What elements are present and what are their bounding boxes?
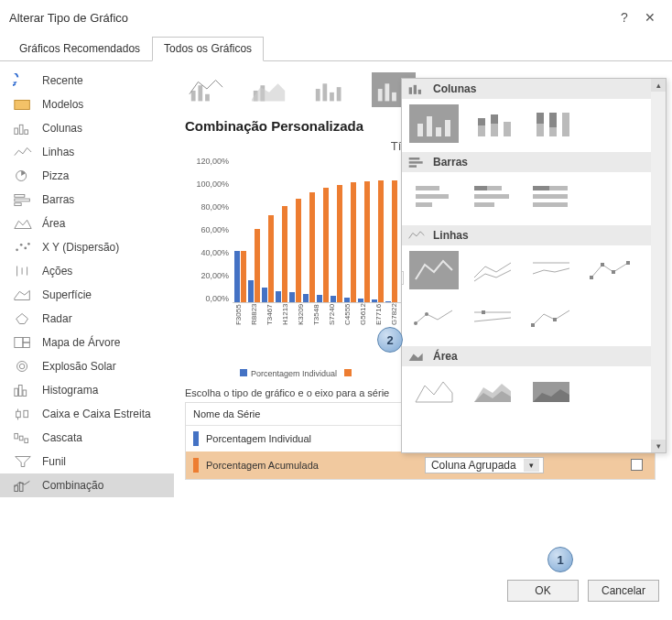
svg-rect-63 (409, 161, 423, 164)
picker-item-stacked-bar[interactable] (468, 178, 517, 216)
dialog-title: Alterar Tipo de Gráfico (9, 11, 128, 25)
sidebar-item-label: Caixa e Caixa Estreita (42, 408, 151, 420)
main-panel: Combinação Personalizada Título do G 120… (174, 61, 672, 574)
y-tick: 100,00% (185, 179, 229, 189)
sidebar-item-pizza[interactable]: Pizza (0, 164, 174, 188)
secondary-axis-checkbox[interactable] (631, 459, 643, 471)
picker-item-clustered-bar[interactable] (409, 178, 459, 216)
series-row-acumulada[interactable]: Porcentagem Acumulada Coluna Agrupada ▾ (186, 451, 655, 479)
picker-item-clustered-column[interactable] (409, 104, 459, 143)
svg-rect-0 (15, 100, 30, 109)
picker-item-line[interactable] (409, 251, 459, 289)
cancel-button[interactable]: Cancelar (588, 580, 659, 602)
tab-recommended[interactable]: Gráficos Recomendados (7, 37, 152, 61)
ok-button[interactable]: OK (507, 580, 579, 602)
treemap-icon (13, 335, 33, 350)
sidebar-item-funil[interactable]: Funil (0, 450, 174, 473)
svg-rect-45 (409, 87, 412, 94)
picker-item-100-stacked-area[interactable] (526, 372, 576, 410)
picker-item-100-stacked-line-markers[interactable] (468, 299, 517, 337)
sidebar-item-caixa[interactable]: Caixa e Caixa Estreita (0, 402, 174, 426)
combo-subtype-2[interactable] (247, 72, 291, 107)
tab-all-charts[interactable]: Todos os Gráficos (152, 37, 264, 61)
picker-item-line-markers[interactable] (585, 251, 634, 289)
svg-rect-83 (531, 323, 535, 327)
picker-item-area[interactable] (409, 372, 459, 410)
svg-rect-71 (474, 202, 494, 207)
sidebar-item-explosao-solar[interactable]: Explosão Solar (0, 354, 174, 378)
svg-rect-55 (491, 114, 498, 124)
column-icon (13, 121, 33, 136)
waterfall-icon (13, 430, 33, 445)
sidebar-item-superficie[interactable]: Superfície (0, 283, 174, 307)
x-tick: C4555 (343, 303, 357, 325)
combo-subtype-1[interactable] (185, 72, 229, 107)
picker-item-3d-line[interactable] (526, 299, 576, 337)
svg-rect-67 (416, 202, 432, 207)
sidebar-item-cascata[interactable]: Cascata (0, 426, 174, 450)
series-type-dropdown[interactable]: Coluna Agrupada ▾ (425, 457, 544, 473)
combo-icon (13, 478, 33, 493)
chart-bar (309, 192, 315, 302)
sidebar-item-label: Barras (42, 193, 74, 206)
sidebar-item-combinacao[interactable]: Combinação (0, 473, 174, 497)
svg-rect-5 (15, 195, 25, 198)
picker-section-colunas: Colunas (402, 79, 651, 99)
picker-item-stacked-line[interactable] (468, 251, 517, 289)
svg-rect-34 (198, 85, 202, 101)
chart-bar (351, 182, 356, 302)
svg-point-81 (425, 312, 428, 316)
scroll-down-icon[interactable]: ▾ (651, 440, 666, 452)
picker-item-100-stacked-line[interactable] (526, 251, 576, 289)
help-button[interactable]: ? (612, 7, 637, 27)
scroll-up-icon[interactable]: ▴ (651, 79, 666, 92)
combo-subtype-3[interactable] (309, 72, 353, 107)
svg-rect-82 (482, 310, 485, 314)
svg-rect-49 (427, 116, 432, 136)
picker-section-linhas: Linhas (402, 225, 651, 245)
svg-rect-2 (19, 125, 23, 134)
sidebar-item-barras[interactable]: Barras (0, 188, 174, 212)
chart-bar (241, 251, 246, 302)
sidebar-item-linhas[interactable]: Linhas (0, 140, 174, 164)
y-tick: 20,00% (185, 271, 229, 280)
series-name: Porcentagem Acumulada (206, 460, 319, 471)
sidebar-item-area[interactable]: Área (0, 212, 174, 235)
radar-icon (13, 311, 33, 326)
svg-rect-65 (416, 186, 439, 190)
chart-bar (248, 280, 254, 302)
picker-section-area: Área (402, 346, 651, 366)
y-tick: 80,00% (185, 202, 229, 212)
sidebar-item-xy[interactable]: X Y (Dispersão) (0, 235, 174, 259)
sidebar-item-label: Área (42, 217, 65, 230)
picker-section-barras: Barras (402, 152, 651, 172)
sidebar-item-recente[interactable]: Recente (0, 69, 174, 92)
sidebar-item-mapa-arvore[interactable]: Mapa de Árvore (0, 331, 174, 354)
picker-item-stacked-area[interactable] (468, 372, 517, 410)
sidebar-item-label: Colunas (42, 122, 82, 135)
svg-rect-56 (504, 122, 511, 136)
picker-scrollbar[interactable]: ▴ ▾ (651, 79, 666, 452)
sidebar-item-label: Recente (42, 74, 83, 87)
svg-point-19 (17, 362, 27, 372)
sidebar-item-colunas[interactable]: Colunas (0, 116, 174, 140)
sidebar-item-modelos[interactable]: Modelos (0, 92, 174, 116)
chart-bar (234, 251, 240, 302)
svg-rect-48 (417, 124, 423, 136)
stock-icon (13, 264, 33, 278)
sidebar-item-radar[interactable]: Radar (0, 307, 174, 331)
sidebar-item-histograma[interactable]: Histograma (0, 378, 174, 402)
picker-item-100-stacked-column[interactable] (526, 104, 576, 143)
chart-bar (337, 185, 342, 302)
svg-rect-47 (418, 90, 421, 94)
svg-rect-76 (590, 276, 593, 279)
svg-rect-60 (549, 113, 557, 127)
sidebar-item-acoes[interactable]: Ações (0, 259, 174, 283)
picker-item-100-stacked-bar[interactable] (526, 178, 576, 216)
boxplot-icon (13, 407, 33, 421)
chart-bar (282, 206, 287, 302)
picker-item-stacked-line-markers[interactable] (409, 299, 459, 337)
svg-rect-3 (25, 130, 28, 135)
picker-item-stacked-column[interactable] (468, 104, 517, 143)
close-button[interactable]: ✕ (637, 7, 663, 27)
